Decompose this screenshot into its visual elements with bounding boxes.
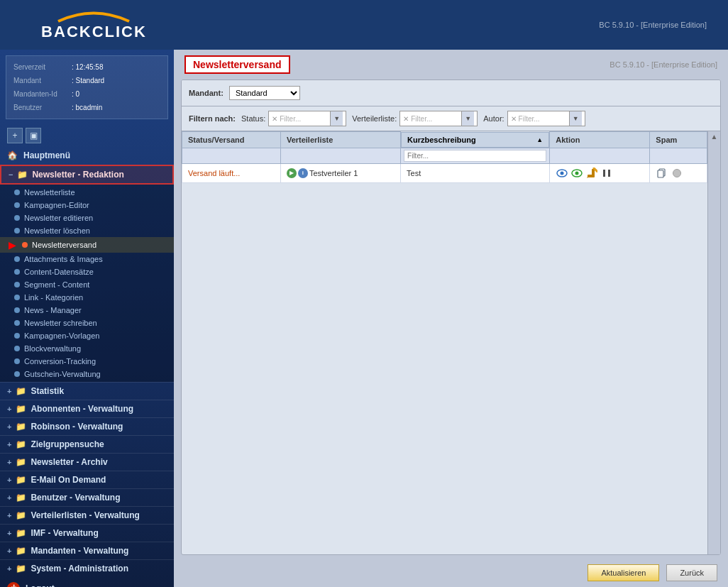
cell-verteilerliste: ▶ i Testverteiler 1 [280,163,400,182]
edit-icon[interactable] [585,167,598,180]
verteilerliste-filter-dropdown[interactable]: ▼ [461,111,474,126]
plus-zielgruppe: + [7,440,11,449]
table-filter-row [182,148,707,163]
plus-system: + [7,564,11,573]
sidebar-section-statistik[interactable]: + 📁 Statistik [0,382,174,400]
verteilerliste-filter-clear[interactable]: ✕ [403,115,409,123]
aktualisieren-button[interactable]: Aktualisieren [588,564,659,581]
page-title-box: Newsletterversand [184,55,290,74]
logout-item[interactable]: ⏻ Logout [0,577,174,587]
inactive-icon[interactable] [671,167,683,180]
logout-icon: ⏻ [7,582,20,587]
sidebar-item-kampagnen-vorlagen[interactable]: Kampagnen-Vorlagen [0,329,174,342]
play-icon-sm[interactable]: ▶ [287,168,297,178]
bullet-newsletterversand [22,242,28,248]
sidebar-item-newsletter-loeschen[interactable]: Newsletter löschen [0,224,174,237]
sidebar-section-mandanten[interactable]: + 📁 Mandanten - Verwaltung [0,542,174,559]
bullet-content-datensaetze [14,269,20,275]
status-filter-clear[interactable]: ✕ [272,115,277,123]
hauptmenu-label: Hauptmenü [23,150,70,160]
logout-label: Logout [26,583,55,587]
view-icon[interactable] [556,167,568,180]
folder-robinson: 📁 [16,422,26,432]
sidebar-section-imf[interactable]: + 📁 IMF - Verwaltung [0,524,174,542]
sidebar-section-system[interactable]: + 📁 System - Administration [0,559,174,577]
plus-abonnenten: + [7,405,11,413]
verteilerliste-filter-placeholder: Filter... [411,115,459,123]
benutzer-label2: Benutzer - Verwaltung [31,493,120,503]
bullet-newsletterliste [14,190,20,195]
zurueck-button[interactable]: Zurück [666,564,717,581]
mandanten-id-value: 0 [76,90,80,98]
bullet-kampagnen-editor [14,202,20,208]
status-filter-placeholder: Filter... [280,115,328,123]
folder-statistik: 📁 [16,386,26,396]
arrow-indicator: ▶ [9,239,16,251]
newsletterliste-label: Newsletterliste [24,188,75,197]
status-running-text: Versand läuft... [188,169,240,177]
col-kurzbeschreibung[interactable]: Kurzbeschreibung ▲ [401,132,549,148]
svg-point-12 [673,169,681,177]
status-filter-dropdown[interactable]: ▼ [330,111,343,126]
bullet-link-kategorien [14,295,20,300]
pause-icon[interactable] [600,167,613,180]
autor-filter-dropdown[interactable]: ▼ [569,111,582,126]
imf-label: IMF - Verwaltung [31,528,98,538]
plus-imf: + [7,529,11,537]
sidebar-item-attachments-images[interactable]: Attachments & Images [0,253,174,265]
mandant-select[interactable]: Standard [229,86,300,100]
plus-robinson: + [7,422,11,431]
sidebar-add-button[interactable]: + [7,128,23,143]
sidebar-item-newsletterliste[interactable]: Newsletterliste [0,186,174,199]
autor-filter-clear[interactable]: ✕ [511,115,517,123]
sidebar-item-link-kategorien[interactable]: Link - Kategorien [0,291,174,304]
col-verteilerliste[interactable]: Verteilerliste [280,132,400,148]
sidebar-item-gutschein-verwaltung[interactable]: Gutschein-Verwaltung [0,368,174,380]
content-datensaetze-label: Content-Datensätze [24,268,94,276]
col-aktion[interactable]: Aktion [550,132,650,148]
data-table: Status/Versand Verteilerliste Kurzbeschr… [182,131,707,554]
sidebar-section-benutzer[interactable]: + 📁 Benutzer - Verwaltung [0,488,174,506]
sidebar-item-conversion-tracking[interactable]: Conversion-Tracking [0,355,174,368]
serverzeit-label: Serverzeit [13,61,70,73]
folder-icon-newsletter: 📁 [17,170,28,180]
page-header: Newsletterversand BC 5.9.10 - [Enterpris… [174,50,728,79]
sidebar-item-hauptmenu[interactable]: 🏠 Hauptmenü [0,146,174,165]
sidebar-item-blockverwaltung[interactable]: Blockverwaltung [0,342,174,355]
sidebar-window-button[interactable]: ▣ [26,128,41,143]
sidebar-item-segment-content[interactable]: Segment - Content [0,278,174,291]
sidebar-icon-row: + ▣ [0,125,174,146]
server-info-box: Serverzeit : 12:45:58 Mandant : Standard… [6,55,168,119]
newsletterversand-label: Newsletterversand [32,241,96,249]
sidebar-item-newsletter-schreiben[interactable]: Newsletter schreiben [0,317,174,329]
sidebar-section-verteilerlisten[interactable]: + 📁 Verteilerlisten - Verwaltung [0,506,174,524]
conversion-tracking-label: Conversion-Tracking [24,357,96,366]
sidebar-section-zielgruppe[interactable]: + 📁 Zielgruppensuche [0,435,174,453]
sidebar-item-newsletterversand[interactable]: ▶ Newsletterversand [0,237,174,253]
sidebar-item-news-manager[interactable]: News - Manager [0,304,174,317]
bullet-conversion-tracking [14,358,20,364]
sidebar-section-newsletter-archiv[interactable]: + 📁 Newsletter - Archiv [0,453,174,471]
sidebar-section-email-on-demand[interactable]: + 📁 E-Mail On Demand [0,471,174,488]
copy-icon[interactable] [656,167,668,180]
sidebar-section-abonnenten[interactable]: + 📁 Abonnenten - Verwaltung [0,400,174,417]
bullet-blockverwaltung [14,346,20,351]
sidebar-item-kampagnen-editor[interactable]: Kampagnen-Editor [0,199,174,212]
col-status-versand[interactable]: Status/Versand [182,132,281,148]
scroll-indicator: ▲ [707,131,720,554]
logo-text: BACKCLICK [41,23,147,41]
col-spam[interactable]: Spam [650,132,707,148]
scroll-up-button[interactable]: ▲ [711,133,718,141]
sidebar-section-robinson[interactable]: + 📁 Robinson - Verwaltung [0,417,174,435]
view2-icon[interactable] [570,167,583,180]
sidebar-section-header-newsletter-redaktion[interactable]: − 📁 Newsletter - Redaktion [0,165,174,185]
sidebar-item-newsletter-editieren[interactable]: Newsletter editieren [0,212,174,224]
page-title: Newsletterversand [193,59,282,70]
plus-mandanten: + [7,547,11,555]
newsletter-editieren-label: Newsletter editieren [24,214,93,222]
info-icon-sm[interactable]: i [298,168,308,178]
verteilerliste-filter-group: Verteilerliste: ✕ Filter... ▼ [352,111,478,126]
kurzbeschreibung-filter-input[interactable] [404,150,546,162]
filter-cell-status [182,148,281,163]
sidebar-item-content-datensaetze[interactable]: Content-Datensätze [0,265,174,278]
